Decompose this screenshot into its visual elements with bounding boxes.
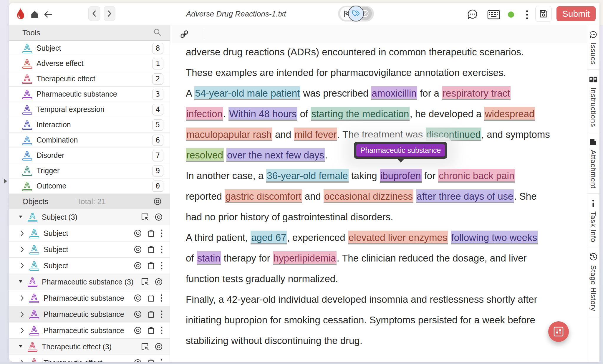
document-text[interactable]: adverse drug reactions (ADRs) encountere…	[186, 42, 581, 351]
delete-icon[interactable]	[147, 245, 155, 254]
visibility-icon[interactable]	[154, 277, 163, 286]
keyboard-shortcuts-icon[interactable]	[487, 10, 500, 19]
visibility-icon[interactable]	[133, 326, 142, 335]
object-row[interactable]: A Pharmaceutic substance	[9, 306, 170, 322]
annotation-span-adverse[interactable]: elevated liver enzymes	[348, 231, 448, 244]
annotation-span-adverse[interactable]: gastric discomfort	[225, 189, 302, 203]
panel-collapse-handle[interactable]	[4, 178, 7, 184]
app-logo-flame-icon[interactable]	[15, 8, 25, 21]
object-row[interactable]: A Pharmaceutic substance	[9, 322, 170, 339]
tool-item-pharmaceutic-substance[interactable]: A Pharmaceutic substance 3	[9, 87, 170, 102]
label-mode-button[interactable]	[348, 6, 364, 21]
visibility-icon[interactable]	[133, 294, 142, 302]
toggle-all-visibility-icon[interactable]	[153, 197, 162, 206]
object-row[interactable]: A Subject	[9, 241, 170, 258]
more-options-icon[interactable]	[524, 9, 530, 20]
annotation-span-subject[interactable]: aged 67	[251, 231, 287, 244]
tool-item-adverse-effect[interactable]: A Adverse effect 1	[9, 56, 170, 71]
tool-item-temporal-expression[interactable]: A Temporal expression 4	[9, 102, 170, 117]
next-task-button[interactable]	[104, 6, 115, 21]
annotation-span-adverse[interactable]: maculopapular rash	[186, 128, 272, 141]
expand-chevron-icon[interactable]	[20, 327, 24, 334]
sidebar-tab-issues[interactable]: Issues	[587, 25, 599, 70]
expand-chevron-icon[interactable]	[20, 311, 24, 317]
submit-button[interactable]: Submit	[556, 6, 596, 21]
annotation-span-temporal[interactable]: Within 48 hours	[228, 107, 297, 121]
more-options-icon[interactable]	[160, 294, 163, 302]
tool-item-outcome[interactable]: A Outcome 0	[9, 178, 170, 194]
annotation-span-adverse[interactable]: mild fever	[294, 128, 337, 141]
object-row[interactable]: A Subject	[9, 225, 170, 241]
tool-item-combination[interactable]: A Combination 6	[9, 133, 170, 148]
comments-icon[interactable]	[467, 9, 478, 20]
annotation-span-disorder[interactable]: respiratory tract	[442, 86, 511, 100]
annotation-span-disorder[interactable]: chronic back pain	[438, 169, 515, 183]
expand-chevron-icon[interactable]	[20, 360, 24, 362]
tool-item-interaction[interactable]: A Interaction 5	[9, 117, 170, 133]
object-row[interactable]: A Subject	[9, 258, 170, 274]
sidebar-tab-task-info[interactable]: Task Info	[587, 194, 599, 247]
expand-chevron-icon[interactable]	[20, 230, 24, 236]
object-group-row[interactable]: A Therapeutic effect (3)	[9, 339, 170, 355]
more-options-icon[interactable]	[160, 229, 163, 238]
annotation-span-pharm[interactable]: amoxicillin	[371, 86, 417, 100]
visibility-icon[interactable]	[133, 358, 142, 362]
delete-icon[interactable]	[147, 326, 155, 335]
tool-item-trigger[interactable]: A Trigger 9	[9, 163, 170, 178]
tool-item-disorder[interactable]: A Disorder 7	[9, 148, 170, 163]
visibility-icon[interactable]	[133, 310, 142, 319]
prev-task-button[interactable]	[88, 6, 100, 21]
annotation-span-disorder[interactable]: infection	[186, 107, 223, 121]
more-options-icon[interactable]	[160, 326, 163, 335]
expand-chevron-icon[interactable]	[20, 295, 24, 301]
annotation-span-temporal[interactable]: following two weeks	[451, 231, 538, 244]
collapse-caret-icon[interactable]	[18, 214, 22, 220]
tool-item-therapeutic-effect[interactable]: A Therapeutic effect 2	[9, 71, 170, 87]
annotation-span-pharm[interactable]: statin	[197, 251, 221, 265]
annotation-span-trigger[interactable]: starting the medication	[311, 107, 410, 121]
object-row[interactable]: A Pharmaceutic substance	[9, 290, 170, 306]
object-group-row[interactable]: A Pharmaceutic substance (3)	[9, 274, 170, 290]
more-options-icon[interactable]	[160, 245, 163, 254]
more-options-icon[interactable]	[160, 358, 163, 362]
more-options-icon[interactable]	[160, 310, 163, 319]
annotation-span-temporal[interactable]: after three days of use	[416, 189, 514, 203]
expand-chevron-icon[interactable]	[20, 262, 24, 269]
annotation-span-adverse[interactable]: widespread	[484, 107, 535, 121]
object-row[interactable]: A Therapeutic effect	[9, 355, 170, 362]
home-button[interactable]	[30, 10, 39, 19]
annotation-span-outcome[interactable]: resolved	[186, 148, 224, 162]
annotation-span-disorder[interactable]: hyperlipidemia	[273, 251, 337, 265]
annotation-span-subject[interactable]: 54-year-old male patient	[194, 86, 300, 100]
delete-icon[interactable]	[147, 294, 155, 302]
sidebar-tab-attachment[interactable]: Attachment	[587, 132, 599, 193]
collapse-caret-icon[interactable]	[18, 279, 22, 284]
visibility-icon[interactable]	[133, 229, 142, 238]
visibility-icon[interactable]	[154, 213, 163, 221]
search-icon[interactable]	[153, 28, 161, 37]
visibility-icon[interactable]	[133, 245, 142, 254]
back-button[interactable]	[43, 10, 53, 19]
expand-chevron-icon[interactable]	[20, 246, 24, 253]
visibility-icon[interactable]	[154, 342, 163, 351]
settings-fab-button[interactable]	[548, 321, 569, 342]
collapse-caret-icon[interactable]	[18, 344, 22, 349]
visibility-icon[interactable]	[133, 261, 142, 270]
annotation-span-pharmhov[interactable]: ibuprofen	[380, 169, 422, 183]
sidebar-tab-stage-history[interactable]: Stage History	[587, 247, 599, 316]
object-group-row[interactable]: A Subject (3)	[9, 209, 170, 225]
delete-icon[interactable]	[147, 310, 155, 319]
select-annotation-icon[interactable]	[141, 213, 150, 221]
annotation-span-adverse[interactable]: occasional dizziness	[324, 189, 413, 203]
delete-icon[interactable]	[147, 358, 155, 362]
delete-icon[interactable]	[147, 229, 155, 238]
annotation-span-trigger[interactable]: discontinued	[426, 128, 481, 141]
select-annotation-icon[interactable]	[141, 277, 150, 286]
tool-item-subject[interactable]: A Subject 8	[9, 41, 170, 56]
link-tool-icon[interactable]	[179, 29, 190, 41]
annotation-span-subject[interactable]: 36-year-old female	[266, 169, 348, 183]
annotation-span-temporal[interactable]: over the next few days	[226, 148, 325, 162]
sidebar-tab-instructions[interactable]: Instructions	[587, 70, 599, 132]
select-annotation-icon[interactable]	[141, 342, 150, 351]
more-options-icon[interactable]	[160, 261, 163, 270]
